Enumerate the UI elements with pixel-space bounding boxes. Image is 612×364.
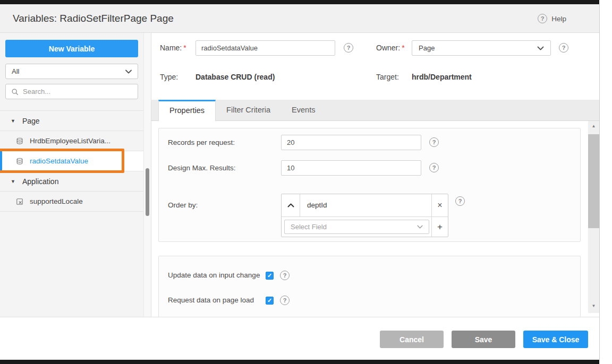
tree-item-radiosetdatavalue[interactable]: radioSetdataValue (0, 151, 143, 171)
dialog-footer: Cancel Save Save & Close (0, 317, 599, 360)
variable-type-filter-value: All (12, 67, 19, 75)
owner-select-value: Page (419, 44, 435, 52)
variables-tree: ▼ Page HrdbEmployeeListVaria... radioS (0, 110, 143, 212)
tree-group-label: Application (22, 177, 59, 186)
tree-item-label: supportedLocale (30, 197, 83, 205)
tree-item-label: radioSetdataValue (30, 157, 88, 165)
records-per-request-help-icon[interactable]: ? (429, 137, 439, 147)
variables-sidebar: New Variable All ▼ Page (0, 33, 151, 317)
variable-detail-panel: Name:* ? Owner:* Page ? Type: Database C… (151, 33, 599, 317)
help-button[interactable]: ? Help (538, 4, 566, 33)
tree-group-application[interactable]: ▼ Application (0, 171, 143, 192)
request-on-page-load-label: Request data on page load (168, 293, 254, 307)
sidebar-scrollbar-thumb[interactable] (146, 168, 149, 216)
content-scrollbar[interactable]: ▲ ▼ (588, 121, 599, 313)
design-max-results-input[interactable] (281, 160, 421, 176)
target-value: hrdb/Department (412, 71, 472, 83)
save-button[interactable]: Save (452, 331, 515, 348)
update-on-input-change-help-icon[interactable]: ? (280, 271, 290, 280)
name-input[interactable] (196, 40, 335, 56)
variable-type-filter-select[interactable]: All (5, 64, 138, 79)
dialog-titlebar: Variables: RadioSetFilterPage Page ? Hel… (0, 4, 599, 33)
variables-dialog-page: Variables: RadioSetFilterPage Page ? Hel… (0, 0, 612, 364)
chevron-down-icon (537, 46, 544, 50)
order-by-field-value: deptId (300, 194, 431, 216)
search-box[interactable] (5, 84, 138, 99)
collapse-arrow-icon: ▼ (11, 179, 15, 184)
tree-group-page[interactable]: ▼ Page (0, 111, 143, 131)
tab-strip: Properties Filter Criteria Events (151, 100, 599, 121)
tree-item-hrdbemployeelist[interactable]: HrdbEmployeeListVaria... (0, 131, 143, 151)
database-variable-icon (16, 158, 23, 165)
remove-order-field-button[interactable]: × (431, 194, 448, 216)
name-label: Name:* (160, 40, 186, 56)
owner-help-icon[interactable]: ? (559, 43, 568, 53)
new-variable-button[interactable]: New Variable (5, 40, 138, 57)
help-label: Help (551, 15, 566, 23)
properties-tab-content: Records per request: ? Design Max. Resul… (151, 121, 588, 317)
required-asterisk: * (183, 44, 186, 52)
data-settings-section: Records per request: ? Design Max. Resul… (158, 128, 581, 242)
tree-group-label: Page (22, 117, 40, 125)
cancel-button[interactable]: Cancel (380, 331, 444, 348)
chevron-down-icon (417, 225, 423, 229)
name-help-icon[interactable]: ? (344, 43, 353, 53)
owner-label: Owner:* (376, 40, 405, 56)
chevron-up-icon (287, 203, 294, 207)
model-variable-icon (16, 198, 23, 205)
records-per-request-label: Records per request: (168, 135, 235, 150)
page-title: Variables: RadioSetFilterPage Page (13, 4, 174, 33)
select-field-dropdown[interactable]: Select Field (284, 220, 429, 234)
dialog-body: New Variable All ▼ Page (0, 33, 599, 317)
top-frame-bar (0, 0, 599, 4)
content-scrollbar-thumb[interactable] (588, 134, 599, 228)
sort-direction-button[interactable] (282, 194, 300, 216)
design-max-results-label: Design Max. Results: (168, 160, 236, 176)
bottom-frame-bar (0, 360, 599, 364)
update-on-input-change-checkbox[interactable]: ✓ (266, 272, 274, 280)
records-per-request-input[interactable] (281, 135, 421, 150)
sidebar-scrollbar[interactable] (143, 33, 151, 317)
tab-properties[interactable]: Properties (158, 100, 216, 122)
tree-item-supportedlocale[interactable]: supportedLocale (0, 192, 143, 212)
order-by-add-row: Select Field + (282, 217, 448, 237)
database-variable-icon (16, 137, 23, 145)
scroll-down-arrow[interactable]: ▼ (588, 304, 599, 308)
design-max-results-help-icon[interactable]: ? (429, 163, 439, 172)
order-by-entry-row: deptId × (282, 194, 448, 217)
tree-item-label: HrdbEmployeeListVaria... (30, 137, 110, 145)
chevron-down-icon (125, 70, 132, 74)
behavior-section: Update data on input change ✓ ? Request … (158, 256, 581, 317)
owner-select[interactable]: Page (412, 40, 551, 56)
variables-dialog: Variables: RadioSetFilterPage Page ? Hel… (0, 4, 600, 360)
help-icon: ? (538, 14, 547, 23)
target-label: Target: (376, 71, 399, 83)
collapse-arrow-icon: ▼ (11, 118, 15, 124)
search-input[interactable] (23, 88, 132, 96)
type-value: Database CRUD (read) (196, 71, 275, 83)
save-and-close-button[interactable]: Save & Close (523, 331, 588, 348)
order-by-label: Order by: (168, 194, 198, 216)
order-by-help-icon[interactable]: ? (455, 196, 465, 206)
update-on-input-change-label: Update data on input change (168, 268, 260, 282)
tab-events[interactable]: Events (281, 100, 326, 121)
request-on-page-load-help-icon[interactable]: ? (280, 296, 290, 305)
scroll-up-arrow[interactable]: ▲ (588, 124, 599, 128)
tab-filter-criteria[interactable]: Filter Criteria (216, 100, 281, 121)
order-by-select-wrap: Select Field (282, 217, 431, 237)
required-asterisk: * (402, 44, 404, 52)
type-label: Type: (160, 71, 178, 83)
search-icon (11, 88, 19, 96)
order-by-control: deptId × Select Field + (281, 194, 448, 237)
add-order-field-button[interactable]: + (431, 217, 448, 237)
select-field-placeholder: Select Field (291, 223, 327, 231)
request-on-page-load-checkbox[interactable]: ✓ (266, 297, 274, 305)
